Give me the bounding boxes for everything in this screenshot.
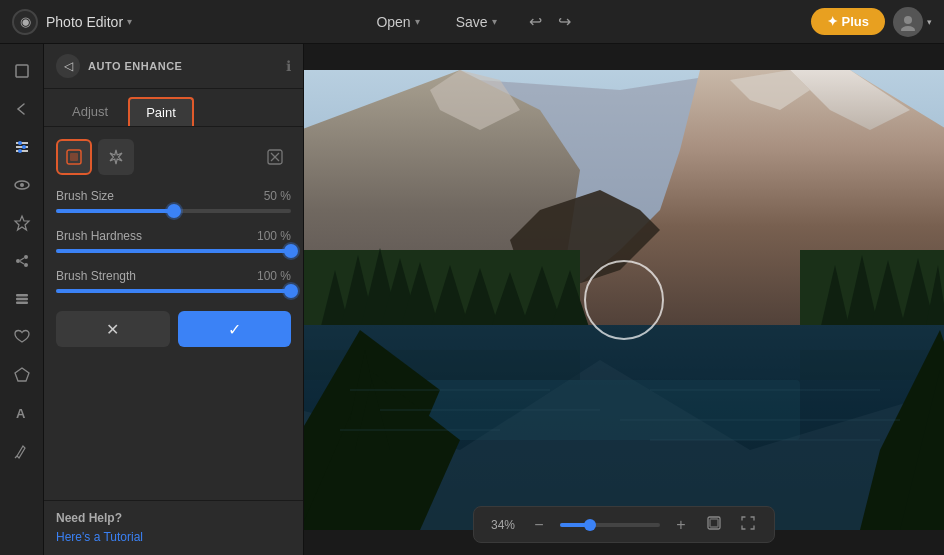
plus-button[interactable]: ✦ Plus	[811, 8, 885, 35]
svg-point-10	[20, 183, 24, 187]
brush-strength-label: Brush Strength	[56, 269, 136, 283]
sidebar-item-favorites[interactable]	[5, 206, 39, 240]
svg-rect-2	[16, 65, 28, 77]
svg-line-22	[15, 456, 17, 458]
panel-header: ◁ AUTO ENHANCE ℹ	[44, 44, 303, 89]
zoom-slider[interactable]	[560, 523, 660, 527]
sidebar-item-view[interactable]	[5, 168, 39, 202]
fit-to-screen-button[interactable]	[702, 513, 726, 536]
brush-size-label: Brush Size	[56, 189, 114, 203]
canvas-area[interactable]: 34% − +	[304, 44, 944, 555]
tab-adjust[interactable]: Adjust	[56, 97, 124, 126]
logo-symbol: ◉	[20, 14, 31, 29]
layers-icon	[13, 290, 31, 308]
zoom-slider-thumb[interactable]	[584, 519, 596, 531]
brush-hardness-thumb[interactable]	[284, 244, 298, 258]
sidebar-item-heart[interactable]	[5, 320, 39, 354]
paint-brush-icon	[65, 148, 83, 166]
brush-strength-group: Brush Strength 100 %	[56, 269, 291, 293]
app-title-text: Photo Editor	[46, 14, 123, 30]
shape-icon	[13, 366, 31, 384]
zoom-in-button[interactable]: +	[670, 514, 692, 536]
paint-brush-tool-button[interactable]	[56, 139, 92, 175]
sidebar-item-layers[interactable]	[5, 282, 39, 316]
info-button[interactable]: ℹ	[286, 58, 291, 74]
draw-icon	[13, 442, 31, 460]
svg-line-16	[20, 262, 24, 265]
fit-icon	[706, 515, 722, 531]
brush-size-fill	[56, 209, 174, 213]
undo-button[interactable]: ↩	[525, 8, 546, 35]
svg-marker-11	[15, 216, 29, 230]
brush-hardness-track[interactable]	[56, 249, 291, 253]
help-label: Need Help?	[56, 511, 291, 525]
sidebar-item-nodes[interactable]	[5, 244, 39, 278]
brush-strength-track[interactable]	[56, 289, 291, 293]
panel-back-button[interactable]: ◁	[56, 54, 80, 78]
panel: ◁ AUTO ENHANCE ℹ Adjust Paint	[44, 44, 304, 555]
panel-content: Brush Size 50 % Brush Hardness 100	[44, 127, 303, 500]
sidebar-item-back[interactable]	[5, 92, 39, 126]
photo-image	[304, 70, 944, 530]
topbar-center: Open ▾ Save ▾ ↩ ↪	[140, 8, 803, 35]
brush-size-group: Brush Size 50 %	[56, 189, 291, 213]
sidebar-item-text[interactable]: A	[5, 396, 39, 430]
text-icon: A	[13, 404, 31, 422]
bottom-bar: 34% − +	[473, 506, 775, 543]
panel-title: AUTO ENHANCE	[88, 60, 278, 72]
zoom-out-button[interactable]: −	[528, 514, 550, 536]
svg-line-15	[20, 258, 24, 261]
icon-sidebar: A	[0, 44, 44, 555]
confirm-button[interactable]: ✓	[178, 311, 292, 347]
svg-point-7	[22, 145, 26, 149]
main-area: A ◁ AUTO ENHANCE ℹ Adjust Paint	[0, 44, 944, 555]
svg-rect-18	[16, 298, 28, 301]
avatar-button[interactable]	[893, 7, 923, 37]
erase-icon	[266, 148, 284, 166]
redo-button[interactable]: ↪	[554, 8, 575, 35]
brush-size-track[interactable]	[56, 209, 291, 213]
sliders-icon	[13, 138, 31, 156]
svg-rect-17	[16, 294, 28, 297]
svg-point-6	[18, 141, 22, 145]
brush-hardness-label: Brush Hardness	[56, 229, 142, 243]
svg-rect-72	[710, 519, 718, 527]
save-button[interactable]: Save ▾	[448, 10, 505, 34]
avatar-icon	[899, 13, 917, 31]
svg-marker-20	[15, 368, 29, 381]
cancel-button[interactable]: ✕	[56, 311, 170, 347]
svg-rect-19	[16, 302, 28, 305]
avatar-chevron: ▾	[927, 17, 932, 27]
open-button[interactable]: Open ▾	[368, 10, 427, 34]
brush-hardness-value: 100 %	[257, 229, 291, 243]
crop-icon	[13, 62, 31, 80]
sidebar-item-adjust[interactable]	[5, 130, 39, 164]
app-title-button[interactable]: Photo Editor ▾	[46, 14, 132, 30]
fullscreen-button[interactable]	[736, 513, 760, 536]
sidebar-item-shape[interactable]	[5, 358, 39, 392]
brush-strength-thumb[interactable]	[284, 284, 298, 298]
svg-point-12	[16, 259, 20, 263]
app-title-chevron: ▾	[127, 16, 132, 27]
panel-tabs: Adjust Paint	[44, 89, 303, 127]
app-logo[interactable]: ◉	[12, 9, 38, 35]
zoom-level: 34%	[488, 518, 518, 532]
help-link[interactable]: Here's a Tutorial	[56, 530, 143, 544]
nodes-icon	[13, 252, 31, 270]
brush-strength-fill	[56, 289, 291, 293]
brush-strength-value: 100 %	[257, 269, 291, 283]
svg-text:A: A	[16, 406, 26, 421]
magic-tool-button[interactable]	[98, 139, 134, 175]
brush-size-thumb[interactable]	[167, 204, 181, 218]
undo-redo-group: ↩ ↪	[525, 8, 575, 35]
tool-row	[56, 139, 291, 175]
sidebar-item-crop[interactable]	[5, 54, 39, 88]
heart-icon	[13, 328, 31, 346]
tab-paint[interactable]: Paint	[128, 97, 194, 126]
sidebar-item-draw[interactable]	[5, 434, 39, 468]
erase-button[interactable]	[259, 141, 291, 173]
eye-icon	[13, 176, 31, 194]
back-nav-icon	[13, 100, 31, 118]
svg-point-14	[24, 263, 28, 267]
action-row: ✕ ✓	[56, 311, 291, 347]
